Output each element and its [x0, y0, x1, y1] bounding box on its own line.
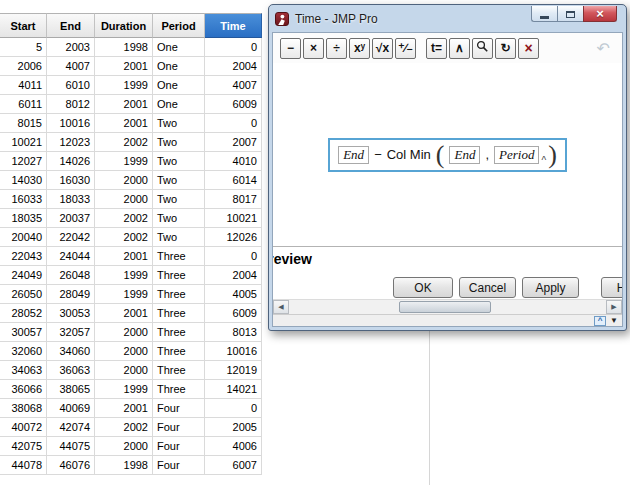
cell-period[interactable]: Four [153, 456, 205, 475]
cell-period[interactable]: Four [153, 437, 205, 456]
local-variable-button[interactable]: t= [426, 38, 447, 59]
cell-start[interactable]: 12027 [0, 152, 47, 171]
cell-time[interactable]: 10021 [205, 209, 262, 228]
cell-end[interactable]: 16030 [47, 171, 95, 190]
cell-period[interactable]: Two [153, 152, 205, 171]
cell-end[interactable]: 42074 [47, 418, 95, 437]
cell-time[interactable]: 12026 [205, 228, 262, 247]
cell-duration[interactable]: 1999 [95, 380, 153, 399]
cell-end[interactable]: 14026 [47, 152, 95, 171]
cell-duration[interactable]: 2001 [95, 114, 153, 133]
cell-start[interactable]: 5 [0, 38, 47, 57]
cell-period[interactable]: Three [153, 323, 205, 342]
formula-minus-operator[interactable]: − [374, 147, 382, 162]
cell-start[interactable]: 42075 [0, 437, 47, 456]
cancel-button[interactable]: Cancel [459, 277, 516, 298]
cell-duration[interactable]: 2002 [95, 209, 153, 228]
cell-start[interactable]: 2006 [0, 57, 47, 76]
cell-time[interactable]: 6007 [205, 456, 262, 475]
delete-button[interactable]: × [518, 38, 539, 59]
cell-end[interactable]: 6010 [47, 76, 95, 95]
cell-period[interactable]: One [153, 76, 205, 95]
cell-start[interactable]: 22043 [0, 247, 47, 266]
cell-end[interactable]: 8012 [47, 95, 95, 114]
column-header-start[interactable]: Start [0, 13, 47, 38]
plus-minus-button[interactable]: ⁺∕₋ [395, 38, 416, 59]
cell-time[interactable]: 6014 [205, 171, 262, 190]
cell-end[interactable]: 46076 [47, 456, 95, 475]
cell-end[interactable]: 44075 [47, 437, 95, 456]
cell-start[interactable]: 20040 [0, 228, 47, 247]
cell-time[interactable]: 0 [205, 114, 262, 133]
cell-period[interactable]: One [153, 95, 205, 114]
cell-end[interactable]: 26048 [47, 266, 95, 285]
cell-start[interactable]: 34063 [0, 361, 47, 380]
cell-period[interactable]: Two [153, 114, 205, 133]
cell-duration[interactable]: 2001 [95, 304, 153, 323]
divide-button[interactable]: ÷ [326, 38, 347, 59]
cell-period[interactable]: Four [153, 418, 205, 437]
formula-column-end[interactable]: End [338, 146, 369, 164]
minimize-button[interactable] [531, 6, 557, 22]
cell-end[interactable]: 24044 [47, 247, 95, 266]
cell-period[interactable]: Three [153, 247, 205, 266]
cell-end[interactable]: 20037 [47, 209, 95, 228]
ok-button[interactable]: OK [393, 277, 453, 298]
cell-end[interactable]: 4007 [47, 57, 95, 76]
cell-start[interactable]: 6011 [0, 95, 47, 114]
undo-icon[interactable]: ↶ [597, 39, 610, 58]
formula-arg-end[interactable]: End [449, 146, 480, 164]
cell-time[interactable]: 2004 [205, 57, 262, 76]
cell-duration[interactable]: 2000 [95, 171, 153, 190]
cell-start[interactable]: 30057 [0, 323, 47, 342]
column-header-period[interactable]: Period [153, 13, 205, 38]
help-button[interactable]: Help [601, 277, 622, 298]
cell-duration[interactable]: 2001 [95, 247, 153, 266]
cell-period[interactable]: Two [153, 133, 205, 152]
cell-start[interactable]: 26050 [0, 285, 47, 304]
cell-duration[interactable]: 2000 [95, 361, 153, 380]
cell-duration[interactable]: 1999 [95, 266, 153, 285]
cell-end[interactable]: 34060 [47, 342, 95, 361]
cell-duration[interactable]: 1999 [95, 76, 153, 95]
close-button[interactable]: × [583, 6, 617, 22]
switch-terms-button[interactable]: ↻ [495, 38, 516, 59]
cell-time[interactable]: 0 [205, 38, 262, 57]
cell-period[interactable]: Three [153, 361, 205, 380]
cell-time[interactable]: 10016 [205, 342, 262, 361]
column-header-end[interactable]: End [47, 13, 95, 38]
cell-time[interactable]: 2004 [205, 266, 262, 285]
cell-start[interactable]: 38068 [0, 399, 47, 418]
multiply-button[interactable]: × [303, 38, 324, 59]
cell-duration[interactable]: 2002 [95, 133, 153, 152]
cell-duration[interactable]: 1999 [95, 285, 153, 304]
dock-window-icon[interactable]: ^ [594, 316, 606, 326]
column-header-time-selected[interactable]: Time [205, 13, 262, 38]
cell-time[interactable]: 8013 [205, 323, 262, 342]
cell-time[interactable]: 12019 [205, 361, 262, 380]
cell-period[interactable]: Four [153, 399, 205, 418]
cell-period[interactable]: Three [153, 380, 205, 399]
cell-period[interactable]: Two [153, 228, 205, 247]
cell-time[interactable]: 8017 [205, 190, 262, 209]
cell-duration[interactable]: 2002 [95, 228, 153, 247]
cell-start[interactable]: 8015 [0, 114, 47, 133]
apply-button[interactable]: Apply [522, 277, 579, 298]
cell-start[interactable]: 10021 [0, 133, 47, 152]
cell-time[interactable]: 6009 [205, 304, 262, 323]
cell-duration[interactable]: 2001 [95, 57, 153, 76]
cell-period[interactable]: Two [153, 171, 205, 190]
cell-end[interactable]: 12023 [47, 133, 95, 152]
cell-start[interactable]: 40072 [0, 418, 47, 437]
cell-time[interactable]: 4005 [205, 285, 262, 304]
cell-time[interactable]: 4010 [205, 152, 262, 171]
cell-period[interactable]: Three [153, 266, 205, 285]
cell-duration[interactable]: 2000 [95, 437, 153, 456]
dropdown-arrow-icon[interactable]: ▼ [610, 316, 618, 326]
cell-end[interactable]: 10016 [47, 114, 95, 133]
peel-expression-button[interactable]: ∧ [449, 38, 470, 59]
formula-selection-box[interactable]: End − Col Min ( End , Period ^ ) [328, 138, 567, 172]
cell-duration[interactable]: 2000 [95, 323, 153, 342]
cell-time[interactable]: 14021 [205, 380, 262, 399]
minus-button[interactable]: − [280, 38, 301, 59]
